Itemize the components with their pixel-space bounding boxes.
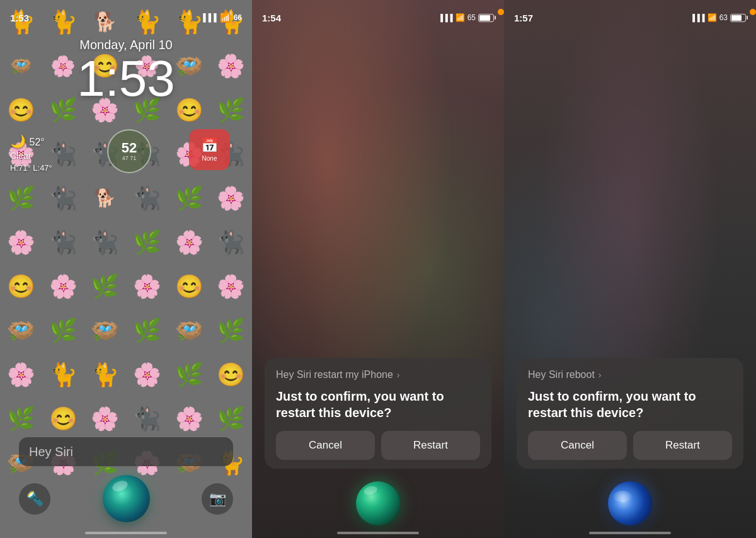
siri-query-row: Hey Siri restart my iPhone › [276, 369, 480, 381]
flashlight-button[interactable]: 🔦 [19, 483, 50, 515]
siri-query-text-p3: Hey Siri reboot [528, 369, 595, 381]
home-indicator [85, 532, 167, 534]
calendar-label: None [202, 155, 217, 162]
orange-dot-indicator-p3 [750, 9, 756, 15]
lock-time: 1:53 [0, 54, 252, 104]
weather-high-low: H:71° L:47° [10, 163, 52, 174]
lockscreen-bottom-icons: 🔦 📷 [19, 475, 233, 522]
siri-orb-p3[interactable] [608, 481, 652, 525]
hey-siri-text: Hey Siri [29, 445, 73, 459]
hey-siri-bar[interactable]: Hey Siri [19, 437, 233, 466]
siri-action-buttons: Cancel Restart [276, 431, 480, 460]
battery-pct-p2: 65 [467, 13, 476, 22]
camera-button[interactable]: 📷 [202, 483, 233, 515]
restart-button-p2[interactable]: Restart [381, 431, 480, 460]
orange-dot-indicator [498, 9, 504, 15]
signal-bars-p2: ▐▐▐ [438, 14, 452, 21]
weather-moon-icon: 🌙 52° [10, 132, 52, 150]
battery-box-p3 [730, 14, 746, 22]
battery-pct-p3: 63 [719, 13, 728, 22]
siri-confirm-text: Just to confirm, you want to restart thi… [276, 388, 480, 421]
signal-bars-p3: ▐▐▐ [690, 14, 704, 21]
battery-indicator-p3: ▐▐▐ 📶 63 [690, 13, 746, 22]
wifi-icon: 📶 [220, 13, 231, 23]
battery-indicator-p2: ▐▐▐ 📶 65 [438, 13, 494, 22]
weather-condition: Clear [10, 150, 52, 163]
camera-icon: 📷 [209, 491, 226, 507]
siri-query-text: Hey Siri restart my iPhone [276, 369, 393, 381]
weather-widget: 🌙 52° Clear H:71° L:47° [10, 132, 52, 174]
aqi-number: 52 [122, 141, 137, 155]
aqi-widget: 52 47 71 [107, 129, 151, 173]
home-indicator-p3 [589, 532, 671, 534]
cancel-button-p3[interactable]: Cancel [528, 431, 627, 460]
siri-action-buttons-p3: Cancel Restart [528, 431, 732, 460]
flashlight-icon: 🔦 [26, 491, 43, 507]
siri-orb[interactable] [103, 475, 150, 522]
status-icons: ▐▐▐ 📶 66 [200, 13, 242, 23]
siri-confirm-text-p3: Just to confirm, you want to restart thi… [528, 388, 732, 421]
status-time: 1:53 [10, 13, 29, 23]
restart-button-p3[interactable]: Restart [633, 431, 732, 460]
wifi-icon-p3: 📶 [707, 13, 717, 22]
siri-dialog-card-p2: Hey Siri restart my iPhone › Just to con… [265, 358, 491, 469]
siri-orb-p2[interactable] [356, 481, 400, 525]
panel-1-lockscreen: 🐈🐈🐕🐈🐈🐈 🪺🌸😊🌸🪺🌸 😊🌿🌸🌿😊🌿 🌸🐈‍⬛🐈‍⬛🐈‍⬛🌸🐈‍⬛ 🌿🐈‍⬛… [0, 0, 252, 538]
wifi-icon-p2: 📶 [455, 13, 465, 22]
lockscreen-bottom: Hey Siri 🔦 📷 [0, 437, 252, 538]
panel-2-siri-restart: 1:54 ▐▐▐ 📶 65 Hey Siri restart my iPhone… [252, 0, 504, 538]
home-indicator-p2 [337, 532, 419, 534]
status-time-p3: 1:57 [514, 13, 533, 23]
calendar-widget: 📅 None [189, 129, 230, 170]
siri-dialog-card-p3: Hey Siri reboot › Just to confirm, you w… [517, 358, 743, 469]
status-bar-p2: 1:54 ▐▐▐ 📶 65 [252, 0, 504, 28]
status-bar-p3: 1:57 ▐▐▐ 📶 63 [504, 0, 756, 28]
battery-label: 66 [234, 13, 242, 22]
calendar-icon: 📅 [201, 137, 218, 154]
aqi-sub: 47 71 [122, 155, 137, 161]
chevron-right-icon: › [397, 370, 400, 380]
panel-3-siri-reboot: 1:57 ▐▐▐ 📶 63 Hey Siri reboot › Just to … [504, 0, 756, 538]
chevron-right-icon-p3: › [598, 370, 602, 380]
siri-query-row-p3: Hey Siri reboot › [528, 369, 732, 381]
signal-icon: ▐▐▐ [200, 13, 217, 22]
cancel-button-p2[interactable]: Cancel [276, 431, 375, 460]
battery-box-p2 [478, 14, 494, 22]
status-bar: 1:53 ▐▐▐ 📶 66 [0, 0, 252, 28]
status-time-p2: 1:54 [262, 13, 281, 23]
